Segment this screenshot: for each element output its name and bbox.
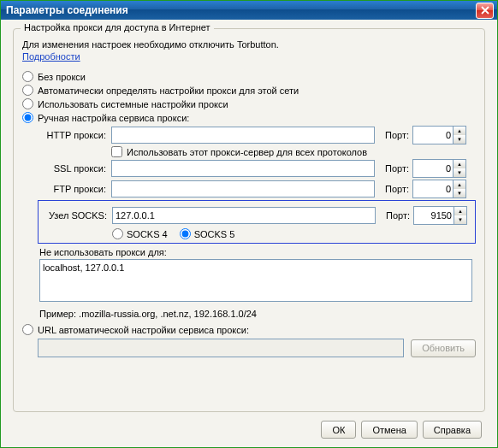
socks-port-spinner: ▲▼ [454,206,467,225]
radio-auto-detect-input[interactable] [22,85,33,96]
dialog-window: Параметры соединения Настройка прокси дл… [0,0,498,448]
close-icon [481,6,489,15]
info-text: Для изменения настроек необходимо отключ… [22,39,476,50]
radio-manual-label: Ручная настройка сервиса прокси: [38,113,189,123]
socks-highlight: Узел SOCKS: Порт: ▲▼ SOCKS 4 SOCKS 5 [38,200,476,244]
spin-down-icon[interactable]: ▼ [454,215,466,224]
socks-label: Узел SOCKS: [39,210,112,221]
spin-up-icon[interactable]: ▲ [454,127,465,135]
reload-button: Обновить [411,339,476,357]
socks-port-label: Порт: [376,210,413,221]
ssl-label: SSL прокси: [38,163,111,174]
help-button[interactable]: Справка [423,421,482,439]
radio-url-auto-label: URL автоматической настройки сервиса про… [38,325,249,335]
spin-up-icon[interactable]: ▲ [454,180,465,189]
socks4-label: SOCKS 4 [127,229,168,239]
ssl-port-label: Порт: [375,163,412,174]
ftp-row: FTP прокси: Порт: ▲▼ [38,180,476,198]
close-button[interactable] [476,3,494,19]
radio-auto-detect[interactable]: Автоматически определять настройки прокс… [22,85,476,96]
radio-manual-input[interactable] [22,112,33,123]
radio-no-proxy-input[interactable] [22,71,33,82]
titlebar: Параметры соединения [1,1,497,20]
use-all-row[interactable]: Использовать этот прокси-сервер для всех… [111,146,476,157]
http-label: HTTP прокси: [38,130,111,140]
example-text: Пример: .mozilla-russia.org, .net.nz, 19… [39,309,476,319]
radio-socks5-input[interactable] [180,228,191,239]
ftp-port-spinner: ▲▼ [454,180,466,198]
groupbox-title: Настройка прокси для доступа в Интернет [21,22,214,32]
http-row: HTTP прокси: Порт: ▲▼ [38,126,476,144]
radio-socks4[interactable]: SOCKS 4 [112,228,168,239]
ssl-input[interactable] [111,160,375,177]
ftp-label: FTP прокси: [38,184,111,194]
socks-input[interactable] [112,207,376,224]
window-title: Параметры соединения [6,4,128,16]
radio-url-auto[interactable]: URL автоматической настройки сервиса про… [22,324,476,335]
radio-manual[interactable]: Ручная настройка сервиса прокси: [22,112,476,123]
no-proxy-label: Не использовать прокси для: [39,247,476,257]
radio-system-input[interactable] [22,98,33,109]
spin-down-icon[interactable]: ▼ [454,135,465,144]
socks-row: Узел SOCKS: Порт: ▲▼ [39,206,475,225]
http-port-label: Порт: [375,130,412,140]
use-all-label: Использовать этот прокси-сервер для всех… [127,147,367,157]
ssl-port-input[interactable] [412,159,454,178]
dialog-buttons: ОК Отмена Справка [13,412,485,447]
ftp-port-input[interactable] [412,180,454,198]
radio-socks4-input[interactable] [112,228,123,239]
http-port-input[interactable] [412,126,454,144]
spin-up-icon[interactable]: ▲ [454,160,465,168]
proxy-groupbox: Настройка прокси для доступа в Интернет … [13,28,485,412]
http-port-spinner: ▲▼ [454,126,466,144]
spin-down-icon[interactable]: ▼ [454,168,465,177]
radio-no-proxy-label: Без прокси [38,72,86,82]
radio-no-proxy[interactable]: Без прокси [22,71,476,82]
spin-down-icon[interactable]: ▼ [454,189,465,197]
manual-proxy-grid: HTTP прокси: Порт: ▲▼ Использовать этот … [38,126,476,244]
no-proxy-textarea[interactable] [39,259,472,302]
socks-port-input[interactable] [413,206,454,225]
ftp-port-label: Порт: [375,184,412,194]
spin-up-icon[interactable]: ▲ [454,207,466,215]
url-row: Обновить [38,339,476,357]
socks5-label: SOCKS 5 [194,229,235,239]
ssl-row: SSL прокси: Порт: ▲▼ [38,159,476,178]
ok-button[interactable]: ОК [321,421,356,439]
socks-version-row: SOCKS 4 SOCKS 5 [112,228,475,239]
ftp-input[interactable] [111,180,375,197]
radio-url-auto-input[interactable] [22,324,33,335]
radio-system-label: Использовать системные настройки прокси [38,99,228,109]
ssl-port-spinner: ▲▼ [454,159,466,178]
http-input[interactable] [111,127,375,144]
radio-socks5[interactable]: SOCKS 5 [180,228,235,239]
radio-system[interactable]: Использовать системные настройки прокси [22,98,476,109]
cancel-button[interactable]: Отмена [361,421,417,439]
url-input [38,339,404,357]
radio-auto-detect-label: Автоматически определять настройки прокс… [38,85,299,96]
use-all-checkbox[interactable] [111,146,122,157]
details-link[interactable]: Подробности [22,51,80,62]
dialog-content: Настройка прокси для доступа в Интернет … [1,20,497,447]
